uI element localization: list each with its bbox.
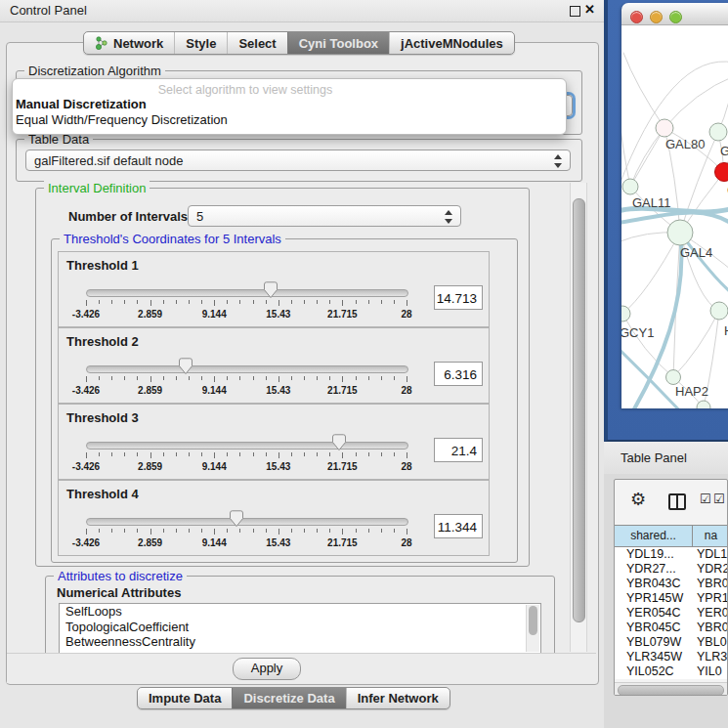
tab-jactivemnodules[interactable]: jActiveMNodules: [389, 32, 514, 54]
network-canvas[interactable]: GAL80GCGAL11GAL4GCY1HHAP2: [621, 25, 728, 408]
table-row[interactable]: YBL079WYBL0: [615, 635, 728, 650]
tab-discretize-data[interactable]: Discretize Data: [232, 688, 345, 708]
control-panel-tab-strip: NetworkStyleSelectCyni ToolboxjActiveMNo…: [83, 31, 515, 55]
slider-tick-labels: -3.4262.8599.14415.4321.71528: [86, 309, 407, 321]
slider-track[interactable]: [86, 518, 408, 526]
table-row[interactable]: YLR345WYLR3: [615, 650, 728, 664]
numerical-attributes-list[interactable]: SelfLoopsTopologicalCoefficientBetweenne…: [59, 603, 541, 654]
tab-label: Impute Data: [149, 691, 221, 706]
table-row[interactable]: YDL19...YDL1: [615, 547, 728, 562]
columns-icon[interactable]: [668, 493, 686, 510]
settings-scrollbar-thumb[interactable]: [573, 198, 585, 622]
algorithm-option-equal-width[interactable]: Equal Width/Frequency Discretization: [13, 112, 566, 128]
algorithm-dropdown-popup: Select algorithm to view settings Manual…: [12, 78, 567, 135]
node-label: HAP2: [675, 384, 708, 399]
column-header-shared-name[interactable]: shared...: [615, 526, 693, 546]
network-node[interactable]: [709, 123, 727, 141]
network-node[interactable]: [656, 119, 673, 137]
window-zoom-button[interactable]: [669, 11, 682, 23]
threshold-label: Threshold 1: [66, 258, 139, 273]
tab-style[interactable]: Style: [174, 32, 227, 54]
slider-track[interactable]: [86, 365, 408, 373]
table-cell-shared-name: YDR27...: [615, 562, 693, 577]
slider-track[interactable]: [86, 289, 408, 297]
network-edge[interactable]: [630, 128, 664, 187]
combo-arrows-icon: [445, 209, 453, 225]
tab-label: Select: [238, 36, 276, 51]
number-of-intervals-combobox[interactable]: 5: [188, 205, 461, 227]
attribute-list-item[interactable]: TopologicalCoefficient: [60, 620, 540, 635]
node-label: GAL4: [680, 245, 712, 260]
node-label: GAL80: [665, 137, 705, 151]
slider-tick-labels: -3.4262.8599.14415.4321.71528: [86, 385, 407, 397]
slider-ticks: [86, 529, 407, 536]
network-window[interactable]: GAL80GCGAL11GAL4GCY1HHAP2: [621, 3, 728, 408]
network-node[interactable]: [622, 179, 638, 194]
network-edge[interactable]: [718, 66, 728, 132]
slider-ticks: [86, 376, 407, 384]
tab-network[interactable]: Network: [84, 32, 174, 54]
network-edge[interactable]: [621, 348, 707, 408]
table-data-combobox[interactable]: galFiltered.sif default node: [25, 150, 571, 171]
table-row[interactable]: YDR27...YDR2: [615, 562, 728, 577]
network-window-titlebar[interactable]: [621, 3, 728, 25]
attribute-list-item[interactable]: SelfLoops: [60, 604, 540, 620]
settings-scrollbar[interactable]: [570, 183, 587, 652]
network-view-background: GAL80GCGAL11GAL4GCY1HHAP2: [604, 0, 728, 442]
table-row[interactable]: YBR045CYBR0: [615, 621, 728, 635]
attributes-list-scrollbar[interactable]: [526, 605, 539, 652]
gear-icon[interactable]: ⚙: [630, 491, 646, 508]
cyni-mode-tab-strip: Impute DataDiscretize DataInfer Network: [137, 687, 450, 709]
network-edge[interactable]: [664, 76, 728, 128]
threshold-value-field[interactable]: 14.713: [434, 285, 483, 310]
tab-impute-data[interactable]: Impute Data: [138, 688, 232, 708]
discretization-algorithm-group-title: Discretization Algorithm: [24, 64, 165, 78]
combo-arrows-icon: [554, 153, 563, 169]
network-icon: [95, 36, 108, 50]
table-row[interactable]: YER054CYER0: [615, 606, 728, 621]
network-node[interactable]: [666, 370, 681, 385]
slider-thumb[interactable]: [178, 358, 193, 375]
table-row[interactable]: YIL052CYIL0: [615, 664, 728, 679]
table-row[interactable]: YPR145WYPR1: [615, 591, 728, 606]
window-minimize-button[interactable]: [650, 11, 663, 23]
tab-label: Discretize Data: [243, 691, 334, 706]
checkbox-icon[interactable]: ☑: [700, 492, 711, 505]
table-panel-titlebar: Table Panel: [604, 442, 728, 475]
table-cell-name: YIL0: [693, 664, 728, 679]
table-horizontal-scrollbar[interactable]: [615, 682, 728, 696]
apply-row: Apply: [7, 653, 596, 683]
tab-select[interactable]: Select: [227, 32, 286, 54]
network-edge[interactable]: [623, 53, 664, 128]
window-close-button[interactable]: [630, 11, 643, 23]
table-panel-inset: ⚙ ☑ ☑ shared... na YDL19...YDL1YDR27...Y…: [614, 479, 728, 696]
attribute-list-item[interactable]: BetweennessCentrality: [60, 634, 540, 650]
slider-thumb[interactable]: [331, 434, 347, 451]
slider-track[interactable]: [86, 442, 408, 450]
tab-infer-network[interactable]: Infer Network: [346, 688, 450, 708]
network-edge[interactable]: [622, 233, 680, 314]
table-horizontal-scrollbar-thumb[interactable]: [618, 685, 724, 696]
threshold-value-field[interactable]: 6.316: [434, 362, 483, 386]
threshold-panel: Threshold 2-3.4262.8599.14415.4321.71528…: [58, 327, 490, 404]
table-row[interactable]: YBR043CYBR0: [615, 577, 728, 591]
table-cell-shared-name: YBR043C: [615, 577, 693, 591]
network-node[interactable]: [710, 302, 728, 320]
threshold-value-field[interactable]: 21.4: [434, 438, 483, 462]
interval-definition-group-title: Interval Definition: [44, 181, 150, 195]
close-icon[interactable]: ✕: [584, 2, 595, 17]
slider-thumb[interactable]: [263, 281, 278, 299]
attributes-list-scrollbar-thumb[interactable]: [529, 606, 537, 635]
network-edge[interactable]: [673, 311, 719, 377]
algorithm-option-manual[interactable]: Manual Discretization: [13, 97, 566, 112]
column-header-name[interactable]: na: [693, 526, 728, 546]
node-label: GAL11: [632, 195, 671, 210]
checkbox-icon[interactable]: ☑: [713, 492, 725, 505]
tab-cyni-toolbox[interactable]: Cyni Toolbox: [287, 32, 389, 54]
apply-button[interactable]: Apply: [233, 658, 301, 680]
slider-thumb[interactable]: [229, 510, 244, 528]
node-attribute-table: shared... na YDL19...YDL1YDR27...YDR2YBR…: [615, 525, 728, 679]
float-window-icon[interactable]: [570, 6, 580, 17]
network-node[interactable]: [667, 220, 693, 245]
threshold-value-field[interactable]: 11.344: [434, 514, 483, 538]
